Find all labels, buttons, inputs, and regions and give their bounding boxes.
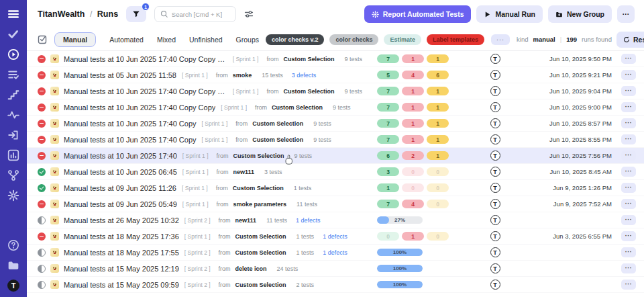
report-automated-tests-button[interactable]: Report Automated Tests <box>364 5 472 23</box>
menu-icon[interactable] <box>7 8 19 20</box>
assignee-avatar[interactable]: T <box>490 151 500 161</box>
run-row[interactable]: Manual tests at 18 May 2025 17:36 [ Spri… <box>27 228 644 245</box>
play-circle-icon[interactable] <box>7 48 19 60</box>
workspace-logo[interactable]: T <box>7 280 19 292</box>
run-row[interactable]: Manual tests at 10 Jun 2025 17:40 Copy C… <box>27 99 644 116</box>
assignee-avatar[interactable]: T <box>490 247 500 257</box>
row-more-button[interactable]: ··· <box>621 199 636 209</box>
run-title[interactable]: Manual tests at 05 Jun 2025 11:58 <box>64 71 176 79</box>
assignee-avatar[interactable]: T <box>490 199 500 209</box>
search-box[interactable] <box>154 6 236 22</box>
list-check-icon[interactable] <box>7 69 19 81</box>
row-more-button[interactable]: ··· <box>621 280 636 290</box>
reset-button[interactable]: Reset <box>616 32 644 48</box>
row-more-button[interactable]: ··· <box>621 54 636 64</box>
assignee-avatar[interactable]: T <box>490 118 500 128</box>
row-more-button[interactable]: ··· <box>621 134 636 144</box>
assignee-avatar[interactable]: T <box>490 215 500 225</box>
run-title[interactable]: Manual tests at 10 Jun 2025 06:45 <box>64 168 177 176</box>
search-input[interactable] <box>172 11 230 18</box>
labels-more-button[interactable]: ··· <box>491 34 510 45</box>
run-row[interactable]: Manual tests at 05 Jun 2025 11:58 [ Spri… <box>27 67 644 83</box>
label-pill[interactable]: color checks <box>329 34 378 45</box>
run-title[interactable]: Manual tests at 10 Jun 2025 17:40 Copy C… <box>64 55 227 63</box>
run-defects-link[interactable]: 1 defects <box>323 233 347 240</box>
checkmark-icon[interactable] <box>7 28 19 40</box>
row-more-button[interactable]: ··· <box>621 183 636 193</box>
sign-in-icon[interactable] <box>7 129 19 141</box>
assignee-avatar[interactable]: T <box>490 102 500 112</box>
tab-automated[interactable]: Automated <box>109 32 144 47</box>
row-more-button[interactable]: ··· <box>621 151 636 161</box>
breadcrumb-project[interactable]: TitanWealth <box>38 9 85 19</box>
label-pill[interactable]: color checks v.2 <box>266 34 324 45</box>
run-title[interactable]: Manual tests at 18 May 2025 17:55 <box>64 249 179 257</box>
run-row[interactable]: Manual tests at 09 Jun 2025 05:49 [ Spri… <box>27 196 644 212</box>
select-all-icon[interactable] <box>38 34 48 44</box>
run-title[interactable]: Manual tests at 18 May 2025 17:36 <box>64 232 179 241</box>
manual-run-button[interactable]: Manual Run <box>476 5 543 23</box>
assignee-avatar[interactable]: T <box>490 183 500 193</box>
row-more-button[interactable]: ··· <box>621 167 636 177</box>
run-row[interactable]: Manual tests at 09 Jun 2025 11:26 [ Spri… <box>27 180 644 196</box>
run-row[interactable]: Manual tests at 18 May 2025 17:55 [ Spri… <box>27 245 644 261</box>
run-title[interactable]: Manual tests at 10 Jun 2025 17:40 Copy C… <box>64 103 215 112</box>
gear-icon[interactable] <box>7 189 19 202</box>
assignee-avatar[interactable]: T <box>490 263 500 273</box>
assignee-avatar[interactable]: T <box>490 54 500 64</box>
run-title[interactable]: Manual tests at 15 May 2025 12:19 <box>64 265 179 273</box>
tab-mixed[interactable]: Mixed <box>157 32 176 47</box>
activity-icon[interactable] <box>7 109 19 121</box>
run-row[interactable]: Manual tests at 10 Jun 2025 17:40 Copy C… <box>27 83 644 99</box>
help-icon[interactable] <box>7 239 19 251</box>
branch-icon[interactable] <box>7 169 19 181</box>
run-title[interactable]: Manual tests at 15 May 2025 09:59 <box>64 281 179 289</box>
run-defects-link[interactable]: 1 defects <box>296 217 321 224</box>
tab-manual[interactable]: Manual <box>54 32 96 47</box>
run-defects-link[interactable]: 1 defects <box>323 249 347 256</box>
run-row[interactable]: Manual tests at 10 Jun 2025 06:45 [ Spri… <box>27 164 644 180</box>
manual-run-label: Manual Run <box>495 10 535 18</box>
run-title[interactable]: Manual tests at 10 Jun 2025 17:40 Copy <box>64 136 197 144</box>
label-pill[interactable]: Label templates <box>427 34 484 45</box>
tab-unfinished[interactable]: Unfinished <box>189 32 223 47</box>
run-title[interactable]: Manual tests at 09 Jun 2025 05:49 <box>64 200 177 208</box>
new-group-button[interactable]: New Group <box>548 5 612 23</box>
assignee-avatar[interactable]: T <box>490 134 500 144</box>
run-row[interactable]: Manual tests at 10 Jun 2025 17:40 [ Spri… <box>27 148 644 164</box>
run-row[interactable]: Manual tests at 15 May 2025 12:19 [ Spri… <box>27 261 644 277</box>
row-more-button[interactable]: ··· <box>621 118 636 128</box>
row-more-button[interactable]: ··· <box>621 102 636 112</box>
header-more-button[interactable]: ··· <box>617 5 635 23</box>
row-more-button[interactable]: ··· <box>621 263 636 273</box>
assignee-avatar[interactable]: T <box>490 86 500 96</box>
run-row[interactable]: Manual tests at 10 Jun 2025 17:40 Copy [… <box>27 116 644 132</box>
assignee-avatar[interactable]: T <box>490 70 500 80</box>
run-row[interactable]: Manual tests at 10 Jun 2025 17:40 Copy C… <box>27 51 644 67</box>
sliders-icon[interactable] <box>244 9 254 19</box>
run-title[interactable]: Manual tests at 10 Jun 2025 17:40 Copy C… <box>64 87 227 95</box>
row-more-button[interactable]: ··· <box>621 231 636 241</box>
bar-chart-icon[interactable] <box>7 149 19 161</box>
assignee-avatar[interactable]: T <box>490 167 500 177</box>
row-more-button[interactable]: ··· <box>621 247 636 257</box>
row-more-button[interactable]: ··· <box>621 215 636 225</box>
assignee-avatar[interactable]: T <box>490 280 500 290</box>
run-title[interactable]: Manual tests at 09 Jun 2025 11:26 <box>64 184 176 192</box>
tab-groups[interactable]: Groups <box>236 32 259 47</box>
label-pill[interactable]: Estimate <box>384 34 421 45</box>
row-more-button[interactable]: ··· <box>621 86 636 96</box>
run-title[interactable]: Manual tests at 10 Jun 2025 17:40 Copy <box>64 120 197 128</box>
run-defects-link[interactable]: 3 defects <box>292 72 317 79</box>
run-row[interactable]: Manual tests at 26 May 2025 10:32 [ Spri… <box>27 212 644 228</box>
run-title[interactable]: Manual tests at 26 May 2025 10:32 <box>64 216 179 224</box>
run-row[interactable]: Manual tests at 10 Jun 2025 17:40 Copy [… <box>27 132 644 148</box>
folder-icon[interactable] <box>7 259 19 271</box>
run-row[interactable]: Manual tests at 15 May 2025 09:59 [ Spri… <box>27 277 644 293</box>
breadcrumb[interactable]: TitanWealth / Runs <box>38 9 118 19</box>
run-title[interactable]: Manual tests at 10 Jun 2025 17:40 <box>64 152 177 160</box>
steps-icon[interactable] <box>7 89 19 101</box>
filter-button[interactable]: 1 <box>126 6 146 22</box>
assignee-avatar[interactable]: T <box>490 231 500 241</box>
row-more-button[interactable]: ··· <box>621 70 636 80</box>
